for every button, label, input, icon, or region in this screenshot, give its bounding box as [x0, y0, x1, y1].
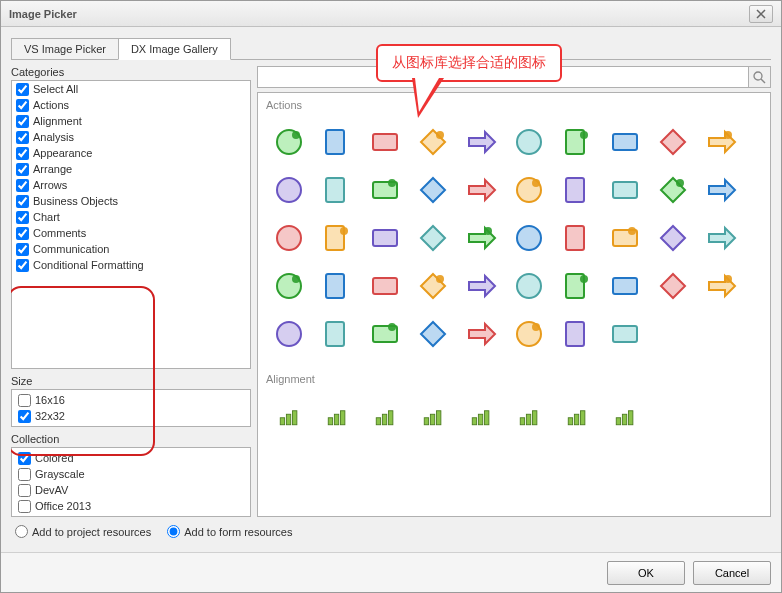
collection-item[interactable]: Grayscale [14, 466, 248, 482]
category-checkbox[interactable] [16, 211, 29, 224]
gallery-icon-folder-up[interactable] [554, 215, 600, 261]
category-item[interactable]: Select All [12, 81, 250, 97]
gallery-icon-minus[interactable] [506, 263, 552, 309]
gallery-icon-book[interactable] [362, 263, 408, 309]
gallery-icon-remove-row[interactable] [362, 167, 408, 213]
gallery-icon-folder-open[interactable] [506, 215, 552, 261]
tab-vs-image-picker[interactable]: VS Image Picker [11, 38, 119, 60]
gallery-icon-add[interactable] [266, 119, 312, 165]
gallery-icon-goto[interactable] [698, 263, 744, 309]
category-checkbox[interactable] [16, 259, 29, 272]
gallery-icon-cancel[interactable] [458, 119, 504, 165]
gallery-icon-disk-alt[interactable] [650, 215, 696, 261]
gallery-icon-download[interactable] [458, 167, 504, 213]
gallery-icon-columns[interactable] [506, 311, 552, 357]
category-checkbox[interactable] [16, 163, 29, 176]
gallery-icon-export[interactable] [314, 167, 360, 213]
category-item[interactable]: Appearance [12, 145, 250, 161]
category-checkbox[interactable] [16, 195, 29, 208]
tab-dx-image-gallery[interactable]: DX Image Gallery [118, 38, 231, 60]
category-checkbox[interactable] [16, 227, 29, 240]
category-item[interactable]: Conditional Formatting [12, 257, 250, 273]
gallery-icon-refresh[interactable] [266, 167, 312, 213]
gallery-icon-copy[interactable] [698, 167, 744, 213]
gallery-icon-a2[interactable] [314, 393, 360, 439]
category-item[interactable]: Arrows [12, 177, 250, 193]
category-checkbox[interactable] [16, 131, 29, 144]
category-item[interactable]: Communication [12, 241, 250, 257]
category-item[interactable]: Analysis [12, 129, 250, 145]
size-checkbox[interactable] [18, 394, 31, 407]
gallery-icon-down[interactable] [602, 167, 648, 213]
gallery-icon-ab-edit[interactable] [554, 167, 600, 213]
gallery-icon-redo[interactable] [458, 263, 504, 309]
close-button[interactable] [749, 5, 773, 23]
category-checkbox[interactable] [16, 147, 29, 160]
gallery-icon-undo[interactable] [410, 263, 456, 309]
gallery-icon-clear[interactable] [506, 119, 552, 165]
category-item[interactable]: Chart [12, 209, 250, 225]
category-item[interactable]: Actions [12, 97, 250, 113]
category-checkbox[interactable] [16, 179, 29, 192]
gallery-icon-align[interactable] [458, 311, 504, 357]
gallery-icon-document[interactable] [410, 167, 456, 213]
gallery-icon-add-page[interactable] [362, 119, 408, 165]
gallery-icon-collapse[interactable] [554, 263, 600, 309]
gallery-icon-upload[interactable] [602, 311, 648, 357]
collection-item[interactable]: Office 2013 [14, 498, 248, 514]
gallery-icon-grid-edit[interactable] [650, 167, 696, 213]
category-item[interactable]: Business Objects [12, 193, 250, 209]
gallery-icon-calc[interactable] [554, 119, 600, 165]
gallery-icon-folder-open-alt[interactable] [314, 263, 360, 309]
gallery-icon-a1[interactable] [266, 393, 312, 439]
collection-item[interactable]: DevAV [14, 482, 248, 498]
ok-button[interactable]: OK [607, 561, 685, 585]
gallery-icon-download-alt[interactable] [506, 167, 552, 213]
gallery-icon-disk[interactable] [602, 215, 648, 261]
gallery-icon-a7[interactable] [554, 393, 600, 439]
collection-checkbox[interactable] [18, 484, 31, 497]
add-to-project-option[interactable]: Add to project resources [15, 525, 151, 538]
category-item[interactable]: Comments [12, 225, 250, 241]
search-icon[interactable] [749, 66, 771, 88]
gallery-icon-forward[interactable] [650, 263, 696, 309]
gallery-icon-folder-blue[interactable] [698, 215, 744, 261]
collection-checkbox[interactable] [18, 468, 31, 481]
add-to-form-option[interactable]: Add to form resources [167, 525, 292, 538]
category-checkbox[interactable] [16, 99, 29, 112]
category-item[interactable]: Arrange [12, 161, 250, 177]
size-item[interactable]: 16x16 [14, 392, 248, 408]
add-to-project-radio[interactable] [15, 525, 28, 538]
gallery-icon-a3[interactable] [362, 393, 408, 439]
gallery-icon-arrow-down[interactable] [650, 119, 696, 165]
size-item[interactable]: 32x32 [14, 408, 248, 424]
gallery-icon-layers[interactable] [266, 215, 312, 261]
gallery-icon-grid[interactable] [602, 119, 648, 165]
cancel-button[interactable]: Cancel [693, 561, 771, 585]
gallery-icon-ignore[interactable] [314, 215, 360, 261]
gallery-icon-swap[interactable] [410, 311, 456, 357]
gallery-icon-a5[interactable] [458, 393, 504, 439]
gallery-icon-add-panel[interactable] [410, 215, 456, 261]
gallery-icon-a4[interactable] [410, 393, 456, 439]
category-checkbox[interactable] [16, 83, 29, 96]
categories-list[interactable]: Select AllActionsAlignmentAnalysisAppear… [11, 80, 251, 369]
gallery-icon-apply[interactable] [410, 119, 456, 165]
gallery-icon-folder-yellow[interactable] [266, 263, 312, 309]
icon-gallery[interactable]: Actions Alignment [257, 92, 771, 517]
collection-checkbox[interactable] [18, 452, 31, 465]
gallery-icon-back[interactable] [602, 263, 648, 309]
gallery-icon-select-region[interactable] [314, 311, 360, 357]
gallery-icon-delete[interactable] [698, 119, 744, 165]
gallery-icon-picture[interactable] [362, 215, 408, 261]
gallery-icon-trash[interactable] [554, 311, 600, 357]
category-item[interactable]: Alignment [12, 113, 250, 129]
gallery-icon-new[interactable] [458, 215, 504, 261]
category-checkbox[interactable] [16, 115, 29, 128]
gallery-icon-add-file[interactable] [314, 119, 360, 165]
category-checkbox[interactable] [16, 243, 29, 256]
gallery-icon-a8[interactable] [602, 393, 648, 439]
collection-checkbox[interactable] [18, 500, 31, 513]
collection-item[interactable]: Colored [14, 450, 248, 466]
size-checkbox[interactable] [18, 410, 31, 423]
